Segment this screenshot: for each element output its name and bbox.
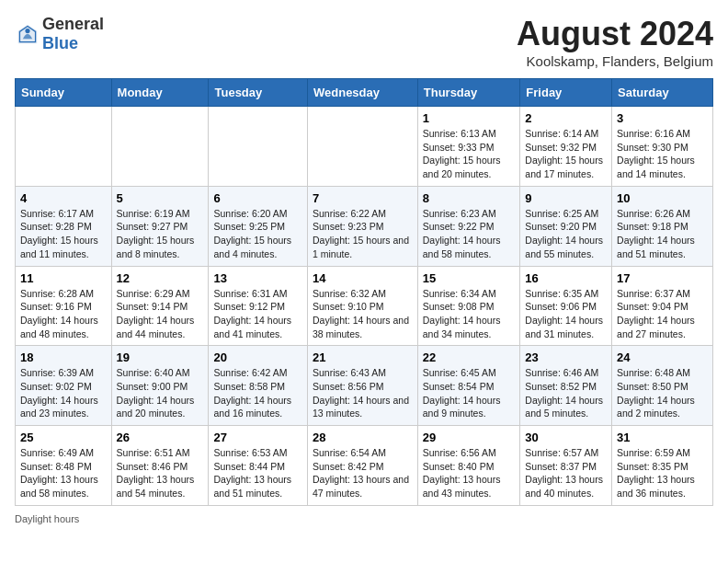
- calendar-cell: 30Sunrise: 6:57 AMSunset: 8:37 PMDayligh…: [520, 426, 612, 506]
- calendar-week-row: 25Sunrise: 6:49 AMSunset: 8:48 PMDayligh…: [16, 426, 713, 506]
- day-info: Sunrise: 6:40 AMSunset: 9:00 PMDaylight:…: [117, 366, 204, 420]
- day-info: Sunrise: 6:45 AMSunset: 8:54 PMDaylight:…: [423, 366, 516, 420]
- day-info: Sunrise: 6:25 AMSunset: 9:20 PMDaylight:…: [525, 207, 607, 261]
- calendar-cell: 21Sunrise: 6:43 AMSunset: 8:56 PMDayligh…: [307, 346, 417, 426]
- day-number: 31: [617, 431, 708, 444]
- day-number: 5: [117, 191, 204, 205]
- calendar-cell: 6Sunrise: 6:20 AMSunset: 9:25 PMDaylight…: [209, 186, 308, 266]
- calendar-cell: 4Sunrise: 6:17 AMSunset: 9:28 PMDaylight…: [16, 186, 112, 266]
- day-number: 29: [423, 431, 516, 444]
- day-info: Sunrise: 6:59 AMSunset: 8:35 PMDaylight:…: [617, 446, 708, 500]
- day-info: Sunrise: 6:32 AMSunset: 9:10 PMDaylight:…: [313, 287, 413, 341]
- calendar-cell: 27Sunrise: 6:53 AMSunset: 8:44 PMDayligh…: [209, 426, 308, 506]
- day-number: 19: [117, 350, 204, 364]
- day-number: 20: [213, 350, 302, 364]
- calendar-cell: 8Sunrise: 6:23 AMSunset: 9:22 PMDaylight…: [417, 186, 520, 266]
- calendar-cell: 19Sunrise: 6:40 AMSunset: 9:00 PMDayligh…: [111, 346, 209, 426]
- day-info: Sunrise: 6:57 AMSunset: 8:37 PMDaylight:…: [525, 446, 607, 500]
- logo-general: General: [42, 15, 104, 34]
- calendar-day-header: Thursday: [417, 79, 520, 107]
- calendar-table: SundayMondayTuesdayWednesdayThursdayFrid…: [15, 78, 713, 506]
- calendar-cell: 11Sunrise: 6:28 AMSunset: 9:16 PMDayligh…: [16, 266, 112, 346]
- calendar-cell: 22Sunrise: 6:45 AMSunset: 8:54 PMDayligh…: [417, 346, 520, 426]
- day-number: 8: [423, 191, 516, 205]
- svg-point-2: [25, 29, 29, 33]
- day-info: Sunrise: 6:37 AMSunset: 9:04 PMDaylight:…: [617, 287, 708, 341]
- calendar-cell: 2Sunrise: 6:14 AMSunset: 9:32 PMDaylight…: [520, 107, 612, 187]
- calendar-day-header: Wednesday: [307, 79, 417, 107]
- day-info: Sunrise: 6:29 AMSunset: 9:14 PMDaylight:…: [117, 287, 204, 341]
- day-number: 10: [617, 191, 708, 205]
- day-number: 26: [117, 431, 204, 444]
- day-info: Sunrise: 6:26 AMSunset: 9:18 PMDaylight:…: [617, 207, 708, 261]
- calendar-cell: 26Sunrise: 6:51 AMSunset: 8:46 PMDayligh…: [111, 426, 209, 506]
- calendar-cell: 14Sunrise: 6:32 AMSunset: 9:10 PMDayligh…: [307, 266, 417, 346]
- day-info: Sunrise: 6:34 AMSunset: 9:08 PMDaylight:…: [423, 287, 516, 341]
- calendar-cell: 7Sunrise: 6:22 AMSunset: 9:23 PMDaylight…: [307, 186, 417, 266]
- day-info: Sunrise: 6:35 AMSunset: 9:06 PMDaylight:…: [525, 287, 607, 341]
- day-number: 23: [525, 350, 607, 364]
- calendar-cell: 23Sunrise: 6:46 AMSunset: 8:52 PMDayligh…: [520, 346, 612, 426]
- calendar-cell: [307, 107, 417, 187]
- calendar-day-header: Sunday: [16, 79, 112, 107]
- day-info: Sunrise: 6:53 AMSunset: 8:44 PMDaylight:…: [213, 446, 302, 500]
- calendar-day-header: Monday: [111, 79, 209, 107]
- day-number: 25: [20, 431, 107, 444]
- day-info: Sunrise: 6:28 AMSunset: 9:16 PMDaylight:…: [20, 287, 107, 341]
- day-info: Sunrise: 6:49 AMSunset: 8:48 PMDaylight:…: [20, 446, 107, 500]
- day-info: Sunrise: 6:43 AMSunset: 8:56 PMDaylight:…: [313, 366, 413, 420]
- day-number: 30: [525, 431, 607, 444]
- day-number: 9: [525, 191, 607, 205]
- day-info: Sunrise: 6:48 AMSunset: 8:50 PMDaylight:…: [617, 366, 708, 420]
- day-number: 1: [423, 111, 516, 125]
- daylight-label: Daylight hours: [15, 513, 79, 524]
- footer: Daylight hours: [15, 513, 713, 524]
- day-number: 24: [617, 350, 708, 364]
- calendar-cell: [111, 107, 209, 187]
- day-number: 21: [313, 350, 413, 364]
- calendar-cell: [16, 107, 112, 187]
- calendar-cell: 15Sunrise: 6:34 AMSunset: 9:08 PMDayligh…: [417, 266, 520, 346]
- day-info: Sunrise: 6:31 AMSunset: 9:12 PMDaylight:…: [213, 287, 302, 341]
- calendar-cell: 16Sunrise: 6:35 AMSunset: 9:06 PMDayligh…: [520, 266, 612, 346]
- day-number: 17: [617, 271, 708, 285]
- location-subtitle: Koolskamp, Flanders, Belgium: [517, 53, 713, 69]
- day-number: 18: [20, 350, 107, 364]
- calendar-week-row: 18Sunrise: 6:39 AMSunset: 9:02 PMDayligh…: [16, 346, 713, 426]
- calendar-cell: 9Sunrise: 6:25 AMSunset: 9:20 PMDaylight…: [520, 186, 612, 266]
- day-info: Sunrise: 6:14 AMSunset: 9:32 PMDaylight:…: [525, 127, 607, 181]
- logo-icon: [17, 23, 39, 45]
- day-info: Sunrise: 6:13 AMSunset: 9:33 PMDaylight:…: [423, 127, 516, 181]
- day-number: 14: [313, 271, 413, 285]
- day-info: Sunrise: 6:46 AMSunset: 8:52 PMDaylight:…: [525, 366, 607, 420]
- day-info: Sunrise: 6:51 AMSunset: 8:46 PMDaylight:…: [117, 446, 204, 500]
- calendar-cell: 29Sunrise: 6:56 AMSunset: 8:40 PMDayligh…: [417, 426, 520, 506]
- day-info: Sunrise: 6:56 AMSunset: 8:40 PMDaylight:…: [423, 446, 516, 500]
- calendar-cell: 3Sunrise: 6:16 AMSunset: 9:30 PMDaylight…: [612, 107, 713, 187]
- day-info: Sunrise: 6:39 AMSunset: 9:02 PMDaylight:…: [20, 366, 107, 420]
- day-number: 7: [313, 191, 413, 205]
- day-number: 6: [213, 191, 302, 205]
- day-info: Sunrise: 6:19 AMSunset: 9:27 PMDaylight:…: [117, 207, 204, 261]
- day-info: Sunrise: 6:20 AMSunset: 9:25 PMDaylight:…: [213, 207, 302, 261]
- day-number: 28: [313, 431, 413, 444]
- calendar-cell: 25Sunrise: 6:49 AMSunset: 8:48 PMDayligh…: [16, 426, 112, 506]
- day-number: 15: [423, 271, 516, 285]
- calendar-cell: [209, 107, 308, 187]
- calendar-cell: 31Sunrise: 6:59 AMSunset: 8:35 PMDayligh…: [612, 426, 713, 506]
- calendar-cell: 12Sunrise: 6:29 AMSunset: 9:14 PMDayligh…: [111, 266, 209, 346]
- calendar-cell: 20Sunrise: 6:42 AMSunset: 8:58 PMDayligh…: [209, 346, 308, 426]
- calendar-cell: 18Sunrise: 6:39 AMSunset: 9:02 PMDayligh…: [16, 346, 112, 426]
- calendar-week-row: 11Sunrise: 6:28 AMSunset: 9:16 PMDayligh…: [16, 266, 713, 346]
- day-number: 2: [525, 111, 607, 125]
- calendar-cell: 10Sunrise: 6:26 AMSunset: 9:18 PMDayligh…: [612, 186, 713, 266]
- calendar-cell: 5Sunrise: 6:19 AMSunset: 9:27 PMDaylight…: [111, 186, 209, 266]
- calendar-week-row: 1Sunrise: 6:13 AMSunset: 9:33 PMDaylight…: [16, 107, 713, 187]
- calendar-day-header: Tuesday: [209, 79, 308, 107]
- calendar-cell: 1Sunrise: 6:13 AMSunset: 9:33 PMDaylight…: [417, 107, 520, 187]
- day-info: Sunrise: 6:17 AMSunset: 9:28 PMDaylight:…: [20, 207, 107, 261]
- day-number: 12: [117, 271, 204, 285]
- day-info: Sunrise: 6:22 AMSunset: 9:23 PMDaylight:…: [313, 207, 413, 261]
- page-header: General Blue August 2024 Koolskamp, Flan…: [15, 15, 713, 69]
- title-block: August 2024 Koolskamp, Flanders, Belgium: [517, 15, 713, 69]
